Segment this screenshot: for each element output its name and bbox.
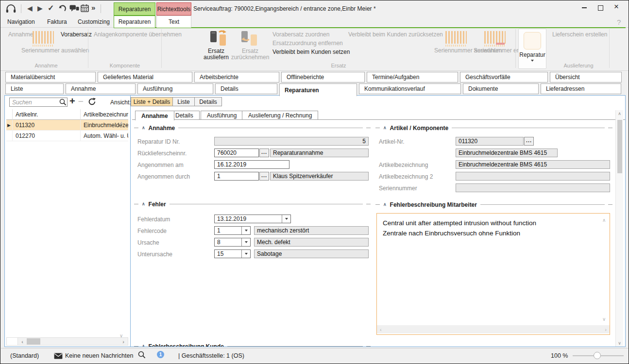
scroll-up-icon[interactable]: ∧ xyxy=(616,110,623,117)
close-button[interactable]: × xyxy=(609,1,624,12)
table-header-artikelnr[interactable]: Artikelnr. xyxy=(13,109,81,120)
context-group-richtexttools[interactable]: Richtexttools xyxy=(156,2,191,16)
search-input[interactable] xyxy=(9,98,68,107)
lookup-button[interactable]: ... xyxy=(524,137,534,146)
collapse-icon[interactable]: ∧ xyxy=(142,126,145,130)
ribbon-button-anlagenkomponente[interactable]: Anlagenkomponente übernehmen xyxy=(94,31,182,38)
ribbon-button-vorabersatz[interactable]: Vorabersatz xyxy=(61,31,92,38)
scroll-thumb[interactable] xyxy=(27,338,40,345)
calendar-icon[interactable] xyxy=(81,4,89,14)
mail-icon[interactable] xyxy=(54,353,63,361)
minimize-button[interactable] xyxy=(578,3,591,13)
more-icon[interactable]: » xyxy=(91,3,95,12)
barcode-icon[interactable] xyxy=(33,31,54,47)
field-artikel-nr[interactable]: 011320 xyxy=(456,137,524,146)
ribbon-button-seriennummer-auswaehlen[interactable]: Seriennummer auswählen xyxy=(21,48,65,54)
zoom-slider-thumb[interactable] xyxy=(594,352,601,359)
tab-lieferadressen[interactable]: Lieferadressen xyxy=(541,83,621,94)
scroll-down-icon[interactable]: ∨ xyxy=(602,317,606,322)
scroll-right-icon[interactable]: › xyxy=(119,339,128,345)
tab-geschaeftsvorfaelle[interactable]: Geschäftsvorfälle xyxy=(460,72,548,83)
ribbon-button-ersatz-ausliefern[interactable]: Ersatz ausliefern xyxy=(199,48,234,61)
context-group-reparaturen[interactable]: Reparaturen xyxy=(114,2,155,16)
lookup-button[interactable]: ... xyxy=(259,149,269,157)
tab-annahme[interactable]: Annahme xyxy=(66,83,136,94)
tab-ausfuehrung[interactable]: Ausführung xyxy=(137,83,213,94)
status-messages[interactable]: Keine neuen Nachrichten xyxy=(65,352,133,359)
tab-materialuebersicht[interactable]: Materialübersicht xyxy=(5,72,96,83)
help-icon[interactable]: ? xyxy=(617,18,621,26)
table-row[interactable]: ▶ 011320 Einbruchmeldezen xyxy=(6,120,128,131)
fehlerbeschreibung-textarea[interactable]: Central unit after attempted intrusion w… xyxy=(376,213,610,335)
field-angenommen-durch-nr[interactable]: 1 xyxy=(214,172,259,181)
search-icon[interactable] xyxy=(59,99,67,107)
reparatur-dropdown-button[interactable]: Reparatur xyxy=(518,29,546,69)
view-liste[interactable]: Liste xyxy=(172,97,195,106)
panel-splitter[interactable] xyxy=(130,96,131,347)
scroll-up-icon[interactable]: ∧ xyxy=(602,218,606,223)
chevron-down-icon[interactable] xyxy=(282,215,290,223)
search-icon[interactable] xyxy=(138,351,146,360)
scroll-left-icon[interactable]: ‹ xyxy=(18,339,27,345)
view-details[interactable]: Details xyxy=(194,97,222,106)
feedback-icon[interactable] xyxy=(69,5,79,14)
maximize-button[interactable] xyxy=(594,3,607,13)
detail-tab-ausfuehrung[interactable]: Ausführung xyxy=(201,111,243,120)
scroll-right-icon[interactable]: › xyxy=(605,327,607,332)
collapse-icon[interactable]: ∧ xyxy=(142,202,145,206)
status-standard[interactable]: (Standard) xyxy=(10,352,39,359)
collapse-icon[interactable]: ∧ xyxy=(383,126,387,130)
tab-dokumente[interactable]: Dokumente xyxy=(463,83,539,94)
scroll-left-icon[interactable]: ‹ xyxy=(380,327,382,332)
scroll-down-icon[interactable]: ∨ xyxy=(616,341,623,346)
collapse-icon[interactable]: ∧ xyxy=(383,202,387,207)
field-angenommen-am[interactable]: 16.12.2019 xyxy=(214,160,289,169)
tab-faktura[interactable]: Faktura xyxy=(47,18,67,25)
scroll-thumb[interactable] xyxy=(617,120,622,173)
table-header-artikelbezeichnung[interactable]: Artikelbezeichnung xyxy=(81,109,128,120)
refresh-icon[interactable] xyxy=(88,98,96,107)
tab-uebersicht[interactable]: Übersicht xyxy=(550,72,622,83)
field-fehlercode[interactable]: 1 xyxy=(214,226,251,235)
collapse-icon[interactable]: ∧ xyxy=(142,344,145,347)
tab-text[interactable]: Text xyxy=(156,16,191,28)
scroll-up-icon[interactable]: ∧ xyxy=(119,121,123,126)
field-unterursache[interactable]: 15 xyxy=(214,249,251,258)
scroll-down-icon[interactable]: ∨ xyxy=(119,333,123,338)
field-fehlerdatum[interactable]: 13.12.2019 xyxy=(214,215,291,223)
ribbon-button-annahme[interactable]: Annahme xyxy=(8,31,33,38)
tab-arbeitsberichte[interactable]: Arbeitsberichte xyxy=(194,72,279,83)
chevron-down-icon[interactable] xyxy=(241,227,250,234)
forward-icon[interactable]: ▶ xyxy=(37,4,43,12)
chevron-down-icon[interactable] xyxy=(241,250,250,258)
back-icon[interactable]: ◀ xyxy=(27,4,33,12)
tab-geliefertes-material[interactable]: Geliefertes Material xyxy=(98,72,192,83)
check-icon[interactable]: ✓ xyxy=(48,3,54,13)
textarea-hscrollbar[interactable]: ‹ › xyxy=(377,325,610,333)
field-ursache[interactable]: 8 xyxy=(214,238,251,247)
tab-reparaturen-selected[interactable]: Reparaturen xyxy=(279,83,357,96)
tab-customizing[interactable]: Customizing xyxy=(78,18,110,25)
table-row[interactable]: 012270 Autom. Wähl- u. Ü xyxy=(6,131,128,141)
undo-icon[interactable] xyxy=(58,4,67,14)
add-icon[interactable]: + xyxy=(69,96,75,106)
tab-kommunikationsverlauf[interactable]: Kommunikationsverlauf xyxy=(359,83,461,94)
list-hscrollbar[interactable]: ‹ › xyxy=(6,337,128,346)
chevron-down-icon[interactable] xyxy=(241,238,250,246)
ersatz-ausliefern-icon[interactable] xyxy=(209,30,228,48)
detail-tab-auslieferung-rechnung[interactable]: Auslieferung / Rechnung xyxy=(242,111,318,120)
lookup-button[interactable]: ... xyxy=(259,172,269,181)
main-vscrollbar[interactable]: ∧ ∨ xyxy=(615,110,623,347)
detail-tab-annahme[interactable]: Annahme xyxy=(135,111,174,120)
tab-reparaturen[interactable]: Reparaturen xyxy=(114,16,155,28)
tab-details[interactable]: Details xyxy=(215,83,277,94)
info-badge[interactable]: 1 xyxy=(157,351,164,358)
field-ruecklieferschein-nr[interactable]: 760020 xyxy=(214,149,259,157)
tab-navigation[interactable]: Navigation xyxy=(7,18,35,25)
headset-icon[interactable] xyxy=(5,4,17,16)
ribbon-button-verbleibt-setzen[interactable]: Verbleibt beim Kunden setzen xyxy=(272,49,350,55)
tab-termine-aufgaben[interactable]: Termine/Aufgaben xyxy=(367,72,458,83)
tab-offlineberichte[interactable]: Offlineberichte xyxy=(281,72,365,83)
tab-liste[interactable]: Liste xyxy=(5,83,64,94)
view-liste-details[interactable]: Liste + Details xyxy=(131,97,173,106)
